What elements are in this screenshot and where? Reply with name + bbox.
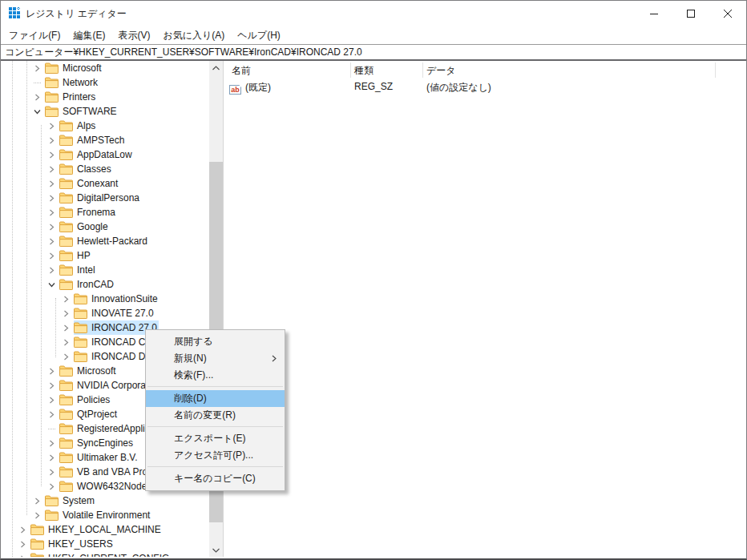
tree-item-hp[interactable]: HP — [2, 248, 209, 263]
chevron-right-icon[interactable] — [46, 193, 56, 203]
menu-file[interactable]: ファイル(F) — [2, 26, 67, 45]
tree-item-ironcad[interactable]: IronCAD — [2, 277, 209, 292]
tree-item-content[interactable]: Intel — [59, 263, 97, 277]
tree-item-hewlett-packard[interactable]: Hewlett-Packard — [2, 234, 209, 248]
tree-item-content[interactable]: RegisteredApplic — [59, 421, 151, 436]
tree-item-inovate-27-0[interactable]: INOVATE 27.0 — [2, 306, 209, 320]
tree-item-innovationsuite[interactable]: InnovationSuite — [2, 292, 209, 306]
tree-item-system[interactable]: System — [2, 494, 209, 508]
context-menu-item-n[interactable]: 新規(N) — [146, 350, 285, 367]
context-menu-item-item[interactable]: 展開する — [146, 333, 285, 350]
column-header-data[interactable]: データ — [426, 64, 456, 78]
tree-item-content[interactable]: Conexant — [59, 176, 119, 191]
tree-item-appdatalow[interactable]: AppDataLow — [2, 147, 209, 162]
tree-item-content[interactable]: Microsoft — [45, 61, 103, 75]
tree-item-conexant[interactable]: Conexant — [2, 176, 209, 191]
tree-item-ampstech[interactable]: AMPSTech — [2, 133, 209, 147]
chevron-right-icon[interactable] — [32, 496, 42, 506]
chevron-right-icon[interactable] — [61, 323, 71, 332]
chevron-right-icon[interactable] — [61, 308, 71, 318]
chevron-right-icon[interactable] — [46, 150, 56, 159]
tree-item-volatile-environment[interactable]: Volatile Environment — [2, 508, 209, 522]
column-header-type[interactable]: 種類 — [354, 64, 374, 78]
maximize-button[interactable] — [672, 1, 709, 26]
tree-item-content[interactable]: Microsoft — [59, 364, 118, 378]
tree-item-hkey-current-config[interactable]: HKEY_CURRENT_CONFIG — [2, 551, 209, 557]
tree-item-content[interactable]: IronCAD — [59, 277, 115, 292]
menu-view[interactable]: 表示(V) — [111, 26, 156, 45]
chevron-right-icon[interactable] — [46, 164, 56, 174]
chevron-right-icon[interactable] — [46, 438, 56, 448]
tree-item-content[interactable]: IRONCAD CO — [74, 335, 155, 349]
tree-item-content[interactable]: DigitalPersona — [59, 191, 141, 205]
chevron-right-icon[interactable] — [46, 222, 56, 232]
tree-item-content[interactable]: QtProject — [59, 407, 119, 421]
chevron-right-icon[interactable] — [46, 366, 56, 376]
tree-item-network[interactable]: Network — [2, 75, 209, 90]
tree-item-content[interactable]: Ultimaker B.V. — [59, 450, 139, 465]
tree-item-content[interactable]: Printers — [45, 90, 97, 104]
chevron-right-icon[interactable] — [32, 63, 42, 73]
chevron-right-icon[interactable] — [46, 251, 56, 260]
tree-item-printers[interactable]: Printers — [2, 90, 209, 104]
tree-item-content[interactable]: Classes — [59, 162, 113, 176]
context-menu-item-c[interactable]: キー名のコピー(C) — [146, 470, 285, 487]
value-row-item[interactable]: ab(既定)REG_SZ(値の設定なし) — [224, 79, 745, 94]
tree-item-content[interactable]: INOVATE 27.0 — [74, 306, 155, 320]
menu-edit[interactable]: 編集(E) — [67, 26, 111, 45]
chevron-right-icon[interactable] — [46, 135, 56, 145]
tree-item-content[interactable]: Network — [45, 75, 99, 90]
tree-item-software[interactable]: SOFTWARE — [2, 104, 209, 119]
tree-item-content[interactable]: Alps — [59, 119, 97, 133]
tree-item-content[interactable]: Google — [59, 220, 110, 234]
chevron-right-icon[interactable] — [46, 236, 56, 246]
tree-item-content[interactable]: SyncEngines — [59, 436, 135, 450]
tree-item-content[interactable]: NVIDIA Corporat — [59, 378, 150, 393]
column-divider[interactable] — [715, 62, 716, 78]
tree-item-classes[interactable]: Classes — [2, 162, 209, 176]
tree-item-content[interactable]: Volatile Environment — [45, 508, 151, 522]
tree-item-fronema[interactable]: Fronema — [2, 205, 209, 220]
context-menu-item-p[interactable]: アクセス許可(P)... — [146, 447, 285, 464]
tree-item-content[interactable]: WOW6432Node — [59, 479, 148, 494]
tree-item-content[interactable]: Fronema — [59, 205, 117, 220]
chevron-right-icon[interactable] — [32, 92, 42, 102]
tree-item-content[interactable]: Hewlett-Packard — [59, 234, 149, 248]
chevron-right-icon[interactable] — [46, 381, 56, 390]
chevron-right-icon[interactable] — [46, 121, 56, 131]
tree-item-content[interactable]: HKEY_LOCAL_MACHINE — [30, 522, 163, 537]
tree-item-content[interactable]: System — [45, 494, 96, 508]
tree-item-google[interactable]: Google — [2, 220, 209, 234]
tree-item-digitalpersona[interactable]: DigitalPersona — [2, 191, 209, 205]
scroll-down-button[interactable] — [209, 543, 223, 557]
tree-item-content[interactable]: AMPSTech — [59, 133, 126, 147]
chevron-right-icon[interactable] — [46, 467, 56, 477]
tree-item-content[interactable]: AppDataLow — [59, 147, 134, 162]
tree-item-intel[interactable]: Intel — [2, 263, 209, 277]
context-menu-item-r[interactable]: 名前の変更(R) — [146, 407, 285, 424]
chevron-right-icon[interactable] — [61, 294, 71, 304]
scroll-up-button[interactable] — [209, 61, 223, 75]
context-menu-item-f[interactable]: 検索(F)... — [146, 367, 285, 384]
chevron-right-icon[interactable] — [18, 539, 27, 549]
context-menu-item-d[interactable]: 削除(D) — [146, 390, 285, 407]
chevron-down-icon[interactable] — [32, 107, 42, 116]
tree-item-microsoft[interactable]: Microsoft — [2, 61, 209, 75]
menu-help[interactable]: ヘルプ(H) — [231, 26, 287, 45]
chevron-right-icon[interactable] — [46, 179, 56, 188]
tree-item-content[interactable]: HKEY_CURRENT_CONFIG — [30, 551, 171, 557]
tree-item-alps[interactable]: Alps — [2, 119, 209, 133]
chevron-right-icon[interactable] — [46, 207, 56, 217]
address-bar[interactable]: コンピューター¥HKEY_CURRENT_USER¥SOFTWARE¥IronC… — [1, 44, 746, 61]
tree-item-content[interactable]: Policies — [59, 393, 111, 407]
chevron-down-icon[interactable] — [46, 280, 56, 289]
tree-item-hkey-users[interactable]: HKEY_USERS — [2, 537, 209, 551]
context-menu-item-e[interactable]: エクスポート(E) — [146, 430, 285, 447]
tree-item-content[interactable]: HKEY_USERS — [30, 537, 115, 551]
close-button[interactable] — [709, 1, 746, 26]
tree-item-hkey-local-machine[interactable]: HKEY_LOCAL_MACHINE — [2, 522, 209, 537]
tree-item-content[interactable]: SOFTWARE — [45, 104, 119, 119]
minimize-button[interactable] — [636, 1, 672, 26]
column-divider[interactable] — [350, 62, 351, 78]
tree-item-content[interactable]: InnovationSuite — [74, 292, 159, 306]
